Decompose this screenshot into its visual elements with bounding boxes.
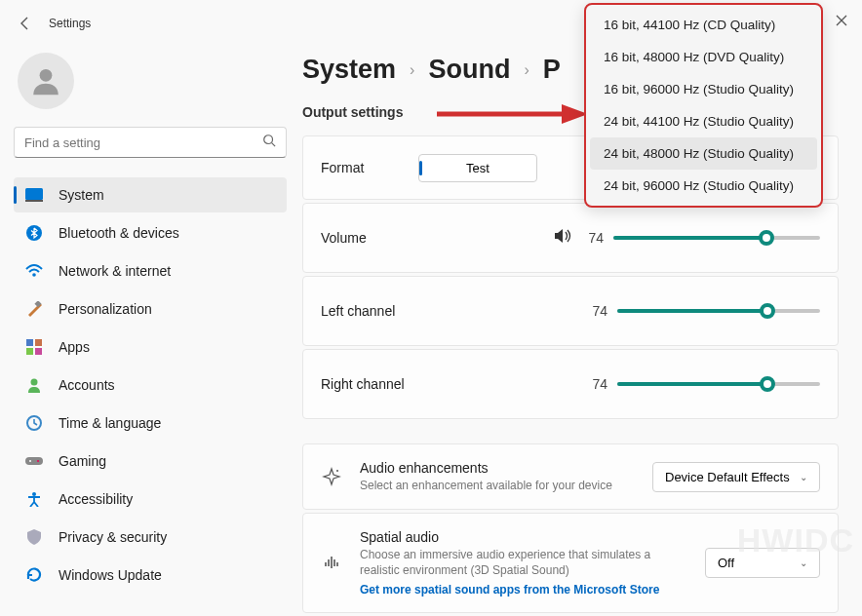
search-input[interactable] (24, 135, 262, 150)
right-channel-row: Right channel 74 (303, 350, 838, 418)
breadcrumb-current: P (543, 55, 561, 85)
back-button[interactable] (16, 14, 35, 33)
chevron-down-icon: ⌄ (800, 558, 807, 568)
spatial-desc: Choose an immersive audio experience tha… (360, 547, 662, 578)
sidebar-item-gaming[interactable]: Gaming (14, 443, 287, 479)
volume-slider[interactable] (613, 236, 820, 240)
search-input-wrap[interactable] (14, 127, 287, 158)
spatial-audio-row: Spatial audio Choose an immersive audio … (303, 514, 838, 611)
format-option-selected[interactable]: 24 bit, 48000 Hz (Studio Quality) (590, 137, 817, 170)
sidebar-item-network[interactable]: Network & internet (14, 253, 287, 289)
right-channel-label: Right channel (321, 376, 586, 392)
format-option[interactable]: 16 bit, 96000 Hz (Studio Quality) (590, 73, 817, 105)
spatial-icon (321, 553, 342, 572)
shield-icon (25, 528, 43, 546)
svg-rect-10 (35, 348, 42, 355)
svg-rect-8 (35, 339, 42, 346)
volume-row: Volume 74 (303, 204, 838, 272)
gaming-icon (25, 452, 43, 470)
wifi-icon (25, 262, 43, 280)
update-icon (25, 566, 43, 584)
svg-rect-7 (26, 339, 33, 346)
sidebar-item-label: Network & internet (59, 263, 171, 279)
clock-icon (25, 414, 43, 432)
spatial-store-link[interactable]: Get more spatial sound apps from the Mic… (360, 583, 687, 597)
breadcrumb-system[interactable]: System (302, 55, 396, 85)
accounts-icon (25, 376, 43, 394)
apps-icon (25, 338, 43, 356)
volume-value: 74 (582, 230, 604, 246)
enhancements-desc: Select an enhancement available for your… (360, 478, 635, 493)
svg-point-1 (264, 135, 273, 144)
format-option[interactable]: 16 bit, 48000 Hz (DVD Quality) (590, 41, 817, 73)
svg-point-16 (32, 492, 36, 496)
sidebar-item-label: Accessibility (59, 491, 133, 507)
enhancements-title: Audio enhancements (360, 460, 635, 476)
sidebar-item-label: Windows Update (59, 567, 162, 583)
left-channel-label: Left channel (321, 303, 586, 319)
sidebar-item-label: System (59, 187, 104, 203)
right-channel-value: 74 (586, 376, 607, 392)
sidebar-item-time[interactable]: Time & language (14, 405, 287, 441)
left-channel-row: Left channel 74 (303, 277, 838, 345)
sidebar-item-label: Bluetooth & devices (59, 225, 179, 241)
accessibility-icon (25, 490, 43, 508)
sidebar-item-privacy[interactable]: Privacy & security (14, 520, 287, 555)
format-dropdown-menu[interactable]: 16 bit, 44100 Hz (CD Quality) 16 bit, 48… (584, 3, 823, 208)
sidebar-item-update[interactable]: Windows Update (14, 558, 287, 593)
audio-enhancements-row: Audio enhancements Select an enhancement… (303, 444, 838, 509)
format-option[interactable]: 16 bit, 44100 Hz (CD Quality) (590, 9, 817, 41)
chevron-right-icon: › (410, 61, 414, 79)
test-button[interactable]: Test (418, 154, 537, 182)
sidebar-item-apps[interactable]: Apps (14, 329, 287, 365)
enhancements-dropdown-value: Device Default Effects (665, 470, 790, 484)
svg-point-5 (32, 273, 36, 277)
breadcrumb-sound[interactable]: Sound (428, 55, 510, 85)
enhancements-dropdown[interactable]: Device Default Effects ⌄ (652, 462, 820, 492)
sidebar-item-label: Apps (59, 339, 90, 355)
left-channel-value: 74 (586, 303, 607, 319)
right-channel-slider[interactable] (617, 382, 820, 386)
spatial-dropdown-value: Off (718, 556, 734, 570)
format-option[interactable]: 24 bit, 96000 Hz (Studio Quality) (590, 170, 817, 202)
system-icon (25, 186, 43, 204)
spatial-dropdown[interactable]: Off ⌄ (705, 548, 820, 578)
close-button[interactable] (831, 10, 852, 31)
svg-point-15 (37, 460, 39, 462)
sidebar-item-label: Gaming (59, 453, 106, 469)
sidebar-item-system[interactable]: System (14, 177, 287, 212)
sidebar-item-bluetooth[interactable]: Bluetooth & devices (14, 215, 287, 250)
svg-point-17 (336, 470, 338, 472)
sidebar-item-label: Accounts (59, 377, 115, 393)
brush-icon (25, 300, 43, 318)
bluetooth-icon (25, 224, 43, 242)
sidebar-item-label: Time & language (59, 415, 161, 431)
sidebar-item-accounts[interactable]: Accounts (14, 367, 287, 403)
sidebar-item-label: Personalization (59, 301, 152, 317)
sidebar-item-label: Privacy & security (59, 529, 167, 545)
sparkle-icon (321, 467, 342, 486)
svg-point-0 (40, 69, 53, 82)
volume-label: Volume (321, 230, 555, 246)
speaker-icon[interactable] (555, 228, 572, 248)
format-option[interactable]: 24 bit, 44100 Hz (Studio Quality) (590, 105, 817, 137)
svg-rect-2 (25, 188, 43, 200)
format-label: Format (321, 160, 428, 175)
avatar[interactable] (18, 53, 74, 109)
svg-point-14 (29, 460, 31, 462)
chevron-down-icon: ⌄ (800, 472, 807, 482)
svg-rect-3 (25, 200, 43, 202)
chevron-right-icon: › (524, 61, 529, 79)
svg-point-11 (31, 379, 38, 386)
left-channel-slider[interactable] (617, 309, 820, 313)
svg-rect-9 (26, 348, 33, 355)
search-icon (262, 134, 276, 151)
app-title: Settings (49, 17, 91, 30)
svg-rect-13 (25, 457, 43, 465)
spatial-title: Spatial audio (360, 529, 687, 545)
sidebar-item-accessibility[interactable]: Accessibility (14, 481, 287, 517)
sidebar-item-personalization[interactable]: Personalization (14, 291, 287, 327)
